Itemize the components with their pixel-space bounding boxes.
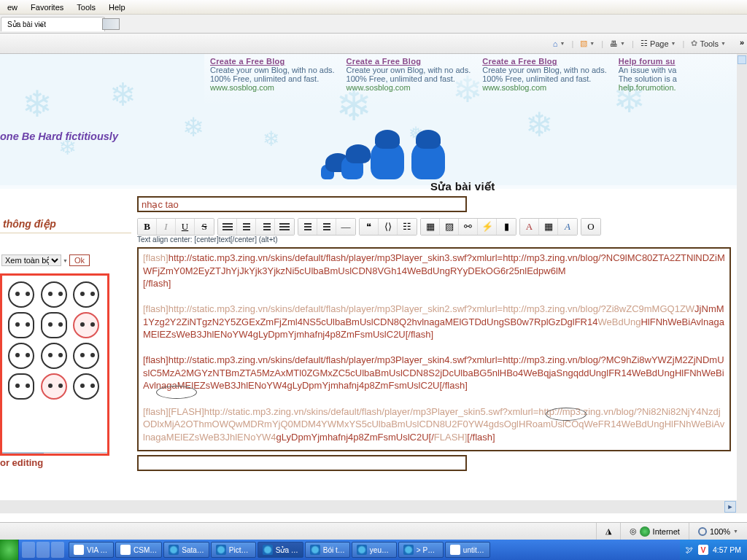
ad-link[interactable]: help.forumotion. xyxy=(619,83,677,92)
ie-icon xyxy=(310,545,320,555)
smiley-icon[interactable] xyxy=(73,312,99,338)
lower-input[interactable] xyxy=(137,455,467,471)
smiley-scrollbar[interactable]: ◄ ► xyxy=(2,452,109,456)
zoom-control[interactable]: 100% ▼ xyxy=(689,523,747,540)
align-center-button[interactable] xyxy=(237,219,256,235)
menu-favorites[interactable]: Favorites xyxy=(31,3,63,12)
feeds-button[interactable]: ▧▼ xyxy=(576,37,598,50)
vertical-scrollbar[interactable] xyxy=(737,54,747,513)
link-button[interactable]: ⚯ xyxy=(459,219,478,235)
menu-help[interactable]: Help xyxy=(109,3,125,12)
taskbar-task[interactable]: > P… xyxy=(398,542,444,558)
scrollbar-thumb[interactable] xyxy=(738,55,746,64)
smiley-icon[interactable] xyxy=(73,343,99,369)
menu-tools[interactable]: Tools xyxy=(77,3,96,12)
ad-row: Create a Free Blog Create your own Blog,… xyxy=(204,54,747,106)
task-label: Pict… xyxy=(229,546,249,554)
print-button[interactable]: 🖶▼ xyxy=(606,38,629,50)
font-size-button[interactable]: ▦ xyxy=(539,219,558,235)
taskbar-task[interactable]: Sata… xyxy=(163,542,209,558)
new-tab-button[interactable] xyxy=(102,18,120,30)
ok-button[interactable]: Ok xyxy=(69,254,90,266)
taskbar-task[interactable]: CSM… xyxy=(115,542,162,558)
other-button[interactable]: O xyxy=(581,219,600,235)
tray-icon[interactable]: V xyxy=(698,545,708,555)
tray-icon[interactable]: 🕊 xyxy=(686,545,694,554)
smiley-category-select[interactable]: Xem toàn bộ xyxy=(1,254,61,266)
post-body-textarea[interactable]: [flash]http://static.mp3.zing.vn/skins/d… xyxy=(137,247,731,451)
page-menu[interactable]: ☷Page▼ xyxy=(637,37,680,50)
ad-headline[interactable]: Create a Free Blog xyxy=(210,57,335,66)
ad-link[interactable]: www.sosblog.com xyxy=(347,83,471,92)
zone-label: Internet xyxy=(653,527,680,536)
strike-button[interactable]: S xyxy=(195,219,214,235)
font-color-button[interactable]: A xyxy=(520,219,539,235)
smiley-icon[interactable] xyxy=(41,281,67,308)
smiley-icon[interactable] xyxy=(8,312,34,338)
taskbar-task[interactable]: VIA … xyxy=(69,542,114,558)
horizontal-scrollbar[interactable]: ► xyxy=(0,500,737,513)
taskbar: VIA …CSM…Sata…Pict…Sửa …Bói t…yeu…> P…un… xyxy=(0,540,747,560)
font-family-button[interactable]: A xyxy=(558,219,577,235)
annotation-circle xyxy=(156,386,197,399)
quick-launch-icon[interactable] xyxy=(51,542,64,558)
browser-tab[interactable]: Sửa bài viết xyxy=(1,17,105,31)
smiley-icon[interactable] xyxy=(41,343,67,369)
taskbar-task[interactable]: Bói t… xyxy=(305,542,350,558)
ad-block: Help forum su An issue with va The solut… xyxy=(613,54,683,92)
magnifier-icon xyxy=(698,527,707,536)
scroll-left-icon[interactable]: ◄ xyxy=(3,453,15,456)
unordered-list-button[interactable] xyxy=(298,219,317,235)
scrollbar-thumb[interactable] xyxy=(15,453,44,456)
taskbar-task[interactable]: Pict… xyxy=(211,542,256,558)
for-editing-label: or editing xyxy=(0,457,43,468)
smiley-icon[interactable] xyxy=(73,281,99,308)
quick-launch-icon[interactable] xyxy=(22,542,35,558)
taskbar-task[interactable]: yeu… xyxy=(352,542,397,558)
smiley-icon[interactable] xyxy=(41,312,67,338)
toolbar-hint: Text align center: [center]text[/center]… xyxy=(137,236,278,244)
smiley-icon[interactable] xyxy=(8,343,34,369)
start-button[interactable] xyxy=(0,540,19,560)
smiley-icon[interactable] xyxy=(8,373,34,400)
scroll-right-icon[interactable]: ► xyxy=(724,501,736,513)
code-button[interactable]: ⟨⟩ xyxy=(379,219,398,235)
smiley-icon[interactable] xyxy=(73,373,99,400)
ordered-list-button[interactable] xyxy=(317,219,336,235)
underline-button[interactable]: U xyxy=(176,219,195,235)
ad-link[interactable]: www.sosblog.com xyxy=(210,83,335,92)
ad-link[interactable]: www.sosblog.com xyxy=(482,83,607,92)
table-button[interactable]: ☷ xyxy=(398,219,417,235)
home-button[interactable]: ⌂▼ xyxy=(549,38,569,50)
quote-button[interactable]: ❝ xyxy=(360,219,379,235)
post-title-input[interactable] xyxy=(137,196,467,212)
chevron-button[interactable]: » xyxy=(740,38,744,47)
video-button[interactable]: ▮ xyxy=(497,219,516,235)
ad-headline[interactable]: Create a Free Blog xyxy=(482,57,607,66)
taskbar-task[interactable]: untit… xyxy=(445,542,490,558)
menu-view[interactable]: ew xyxy=(7,3,18,12)
task-label: VIA … xyxy=(87,546,107,554)
header-characters xyxy=(321,141,445,179)
align-left-button[interactable] xyxy=(218,219,237,235)
task-label: > P… xyxy=(417,546,435,554)
globe-icon xyxy=(640,526,650,537)
smiley-icon[interactable] xyxy=(8,281,34,308)
flash-button[interactable]: ⚡ xyxy=(478,219,497,235)
align-right-button[interactable] xyxy=(256,219,275,235)
editor-panel: thông điệp Xem toàn bộ ▼ Ok ◄ xyxy=(0,189,737,513)
italic-button[interactable]: I xyxy=(157,219,176,235)
align-justify-button[interactable] xyxy=(275,219,294,235)
quick-launch-icon[interactable] xyxy=(36,542,50,558)
taskbar-task[interactable]: Sửa … xyxy=(258,542,303,558)
tools-menu[interactable]: ✿Tools▼ xyxy=(687,37,729,50)
ad-headline[interactable]: Help forum su xyxy=(619,57,677,66)
image-host-button[interactable]: ▦ xyxy=(421,219,440,235)
ad-headline[interactable]: Create a Free Blog xyxy=(347,57,471,66)
image-button[interactable]: ▨ xyxy=(440,219,459,235)
hr-button[interactable]: — xyxy=(336,219,355,235)
ad-block: Create a Free Blog Create your own Blog,… xyxy=(204,54,341,92)
smiley-icon[interactable] xyxy=(41,373,67,400)
bold-button[interactable]: B xyxy=(138,219,157,235)
smiley-panel: ◄ ► xyxy=(0,273,109,456)
